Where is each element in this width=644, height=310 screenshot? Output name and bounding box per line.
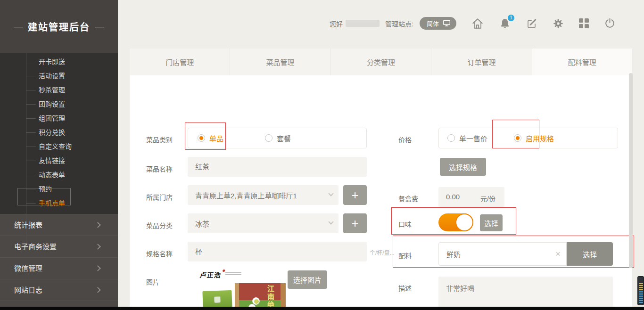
highlight-box-mobile-order — [17, 188, 71, 205]
bottom-black-bar — [0, 307, 644, 310]
radio-enable-spec[interactable]: 启用规格 — [514, 133, 554, 143]
tab-ingredient-mgmt[interactable]: 配料管理 — [532, 49, 632, 75]
store-select[interactable]: 青青原上草2,青青原上草咖啡厅1 — [188, 185, 339, 205]
notifications-button[interactable]: 1 — [499, 17, 511, 30]
ingredient-label: 配料 — [398, 251, 412, 260]
home-button[interactable] — [471, 17, 484, 30]
tab-order-mgmt[interactable]: 订单管理 — [431, 49, 532, 75]
store-label: 所属门店 — [146, 192, 173, 202]
sidebar-item-seckill[interactable]: 秒杀管理 — [0, 83, 118, 97]
radio-icon — [447, 134, 455, 142]
dish-image-preview: 卢正浩 江南绝 — [198, 268, 289, 310]
chevron-right-icon — [95, 287, 101, 293]
greeting-text: 您好 — [330, 19, 343, 28]
dish-name-label: 菜品名称 — [146, 164, 173, 173]
logout-button[interactable] — [604, 17, 616, 29]
section-label: 电子商务设置 — [14, 243, 57, 251]
chevron-right-icon — [95, 222, 101, 228]
spec-name-hint: 个/杯/盘... — [370, 248, 395, 256]
flavor-toggle[interactable] — [438, 213, 473, 231]
radio-set-meal[interactable]: 套餐 — [265, 133, 291, 143]
chevron-right-icon — [95, 265, 101, 271]
edge-widget[interactable] — [637, 276, 644, 305]
flavor-choose-button[interactable]: 选择 — [480, 214, 503, 231]
choose-image-button[interactable]: 选择图片 — [288, 270, 327, 289]
sidebar-sections: 统计报表 电子商务设置 微信管理 网站日志 — [0, 214, 118, 310]
clear-icon[interactable]: × — [555, 249, 561, 259]
crate-text: 江南绝 — [265, 285, 275, 309]
sidebar-item-card-gift[interactable]: 开卡即送 — [0, 55, 118, 69]
section-label: 微信管理 — [14, 264, 42, 272]
choose-spec-button[interactable]: 选择规格 — [440, 158, 486, 176]
sidebar-item-group-mgmt[interactable]: 组团管理 — [0, 111, 118, 125]
dish-name-input[interactable]: 红茶 — [188, 157, 367, 177]
add-class-button[interactable]: + — [343, 213, 367, 233]
sidebar-item-stats-report[interactable]: 统计报表 — [0, 214, 118, 236]
add-store-button[interactable]: + — [343, 185, 367, 205]
tea-crate-image: 江南绝 — [235, 283, 286, 310]
tab-dish-mgmt[interactable]: 菜品管理 — [230, 49, 330, 75]
sidebar-item-activity[interactable]: 活动设置 — [0, 69, 118, 83]
box-fee-unit: 元/份 — [480, 194, 495, 203]
title-dash-right: — — [95, 21, 104, 32]
sidebar-item-points[interactable]: 积分兑换 — [0, 125, 118, 139]
home-icon — [471, 17, 484, 30]
description-label: 描述 — [398, 283, 412, 293]
radio-single-price[interactable]: 单一售价 — [447, 133, 487, 143]
language-label: 简体 — [427, 19, 439, 28]
dish-class-select[interactable]: 冰茶 — [188, 213, 339, 233]
price-radio-group: 单一售价 启用规格 — [438, 128, 618, 148]
radio-single-item[interactable]: 单品 — [198, 133, 223, 143]
sidebar: — 建站管理后台 — 开卡即送 活动设置 秒杀管理 团购设置 组团管理 积分兑换… — [0, 0, 118, 310]
brand-logo-subtext — [225, 272, 241, 275]
radio-label: 套餐 — [277, 133, 291, 143]
title-dash-left: — — [14, 21, 23, 32]
ingredient-choose-button[interactable]: 选择 — [567, 242, 613, 266]
spec-name-input[interactable]: 杯 — [188, 242, 367, 261]
language-preview-button[interactable]: 简体 — [420, 17, 456, 30]
notification-badge: 1 — [508, 15, 514, 21]
sidebar-item-dynamic-form[interactable]: 动态表单 — [0, 168, 118, 182]
dish-category-radio-group: 单品 套餐 — [188, 128, 367, 148]
main-panel: 门店管理 菜品管理 分类管理 订单管理 配料管理 菜品类别 单品 套餐 菜品名称… — [130, 49, 632, 307]
spec-name-label: 规格名称 — [146, 249, 173, 258]
chevron-down-icon — [328, 219, 333, 224]
dish-edit-form: 菜品类别 单品 套餐 菜品名称 红茶 所属门店 青青原上草2,青青原上草咖啡厅1… — [130, 75, 632, 307]
image-label: 图片 — [146, 277, 159, 286]
tab-store-mgmt[interactable]: 门店管理 — [130, 49, 230, 75]
grid-icon — [579, 18, 589, 28]
ingredient-value: 鲜奶 — [446, 249, 461, 259]
edit-button[interactable] — [526, 18, 537, 29]
sidebar-item-custom-query[interactable]: 自定义查询 — [0, 139, 118, 154]
sidebar-item-links[interactable]: 友情链接 — [0, 154, 118, 168]
dish-category-label: 菜品类别 — [146, 135, 173, 144]
top-header: 您好 管理站点: 简体 1 — [118, 0, 644, 49]
section-label: 网站日志 — [14, 286, 42, 294]
app-title: — 建站管理后台 — — [0, 0, 118, 53]
radio-label: 启用规格 — [526, 133, 554, 143]
tab-category-mgmt[interactable]: 分类管理 — [331, 49, 431, 75]
monitor-icon — [443, 20, 451, 27]
apps-button[interactable] — [579, 18, 589, 28]
price-label: 价格 — [398, 135, 412, 144]
tab-bar: 门店管理 菜品管理 分类管理 订单管理 配料管理 — [130, 49, 632, 75]
scrollbar-thumb[interactable] — [629, 73, 633, 268]
sidebar-item-groupbuy[interactable]: 团购设置 — [0, 97, 118, 111]
username-redacted — [346, 20, 380, 27]
brand-logo-text: 卢正浩 — [199, 270, 222, 279]
manage-site-label: 管理站点: — [385, 19, 413, 28]
gear-icon — [553, 18, 564, 29]
radio-icon — [265, 134, 272, 142]
sidebar-item-site-log[interactable]: 网站日志 — [0, 279, 118, 301]
sidebar-item-wechat-mgmt[interactable]: 微信管理 — [0, 257, 118, 279]
settings-button[interactable] — [553, 18, 564, 29]
description-textarea[interactable]: 非常好喝 — [438, 277, 613, 310]
box-fee-label: 餐盒费 — [398, 194, 418, 203]
store-select-value: 青青原上草2,青青原上草咖啡厅1 — [195, 190, 297, 200]
toggle-knob — [455, 213, 473, 231]
section-label: 统计报表 — [14, 221, 42, 229]
radio-icon — [198, 134, 205, 142]
ingredient-input[interactable]: 鲜奶× — [438, 242, 567, 266]
radio-icon — [514, 134, 521, 142]
sidebar-item-ecommerce-settings[interactable]: 电子商务设置 — [0, 236, 118, 257]
